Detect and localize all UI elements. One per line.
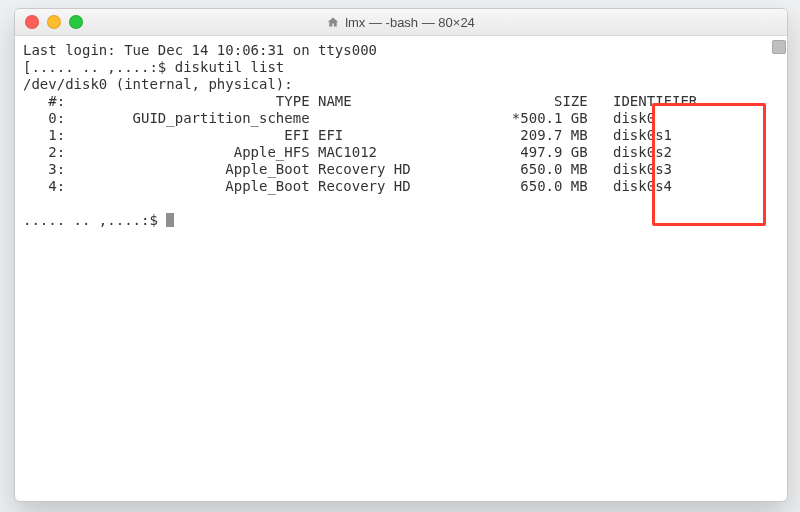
window-title: lmx — -bash — 80×24 xyxy=(15,15,787,30)
window-title-text: lmx — -bash — 80×24 xyxy=(345,15,475,30)
home-icon xyxy=(327,16,339,28)
titlebar[interactable]: lmx — -bash — 80×24 xyxy=(15,9,787,36)
cursor xyxy=(166,213,174,227)
terminal-content[interactable]: Last login: Tue Dec 14 10:06:31 on ttys0… xyxy=(15,36,787,501)
terminal-output[interactable]: Last login: Tue Dec 14 10:06:31 on ttys0… xyxy=(23,42,781,229)
scrollbar[interactable] xyxy=(771,40,785,497)
scrollbar-thumb[interactable] xyxy=(772,40,786,54)
terminal-window: lmx — -bash — 80×24 Last login: Tue Dec … xyxy=(14,8,788,502)
